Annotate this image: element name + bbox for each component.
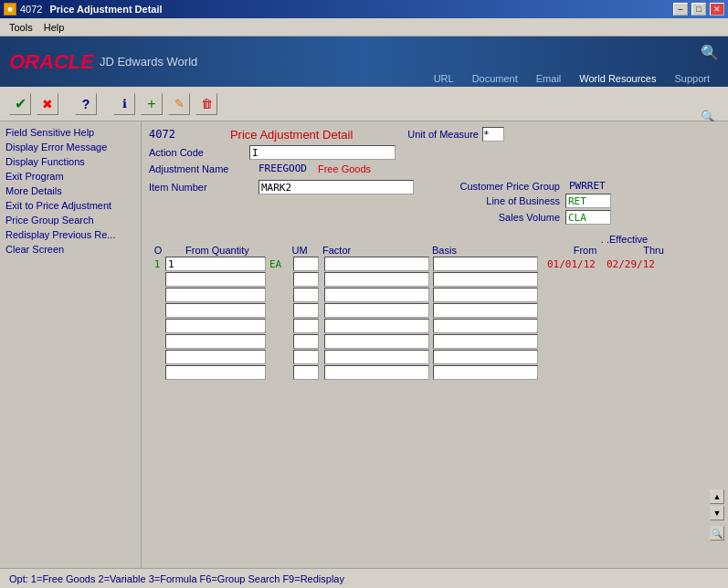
table-area: . .Effective O From Quantity UM Factor B… — [149, 234, 721, 380]
sales-volume-row: Sales Volume — [450, 210, 611, 225]
table-row — [149, 303, 721, 318]
sidebar-item-display-functions[interactable]: Display Functions — [0, 154, 141, 169]
cell-thru-date: 02/29/12 — [601, 258, 660, 270]
table-row — [149, 334, 721, 349]
cell-factor[interactable] — [324, 350, 429, 364]
help-button[interactable]: ? — [75, 93, 97, 115]
menu-help[interactable]: Help — [38, 20, 70, 35]
col-header-factor: Factor — [322, 245, 432, 256]
nav-document[interactable]: Document — [463, 70, 527, 87]
minimize-button[interactable]: – — [673, 3, 688, 16]
cell-factor[interactable] — [324, 288, 429, 302]
cell-from-qty[interactable] — [165, 257, 266, 271]
maximize-button[interactable]: □ — [691, 3, 706, 16]
cell-basis[interactable] — [433, 334, 538, 349]
main-container: Field Sensitive Help Display Error Messa… — [0, 121, 728, 568]
sidebar-item-display-error-message[interactable]: Display Error Message — [0, 140, 141, 154]
effective-header: . .Effective — [149, 234, 721, 245]
unit-of-measure-input[interactable] — [482, 127, 504, 142]
col-header-o: O — [149, 245, 167, 256]
cell-um-input[interactable] — [293, 303, 319, 318]
sidebar-item-more-details[interactable]: More Details — [0, 184, 141, 198]
close-button[interactable]: ✕ — [710, 3, 724, 16]
action-code-input[interactable] — [249, 145, 396, 160]
oracle-header: ORACLE JD Edwards World URL Document Ema… — [0, 37, 728, 87]
add-button[interactable]: + — [141, 93, 163, 115]
sidebar-item-field-sensitive-help[interactable]: Field Sensitive Help — [0, 125, 141, 140]
cell-um-input[interactable] — [293, 288, 319, 302]
cell-basis[interactable] — [433, 303, 538, 318]
unit-of-measure-label: Unit of Measure — [407, 129, 479, 140]
table-row — [149, 365, 721, 380]
table-row — [149, 319, 721, 333]
scroll-up-button[interactable]: ▲ — [710, 489, 724, 504]
cell-um-input[interactable] — [293, 319, 319, 333]
title-bar: ■ 4072 Price Adjustment Detail – □ ✕ — [0, 0, 728, 18]
sidebar-item-exit-to-price-adjustment[interactable]: Exit to Price Adjustment — [0, 198, 141, 213]
menu-tools[interactable]: Tools — [4, 20, 38, 35]
cell-um-input[interactable] — [293, 257, 319, 271]
cell-o-val: 1 — [149, 258, 165, 270]
cell-factor[interactable] — [324, 257, 429, 271]
cell-from-qty[interactable] — [165, 350, 266, 364]
form-id: 4072 — [149, 128, 175, 141]
cell-basis[interactable] — [433, 288, 538, 302]
cell-basis[interactable] — [433, 319, 538, 333]
toolbar: ✔ ✖ ? ℹ + ✎ 🗑 🔍 — [0, 87, 728, 121]
cell-um-input[interactable] — [293, 272, 319, 287]
cell-basis[interactable] — [433, 350, 538, 364]
ok-button[interactable]: ✔ — [9, 93, 31, 115]
action-code-label: Action Code — [149, 147, 249, 158]
title-id: 4072 — [20, 4, 42, 15]
zoom-out-button[interactable]: 🔍 — [710, 526, 724, 541]
cell-from-qty[interactable] — [165, 319, 266, 333]
nav-world-resources[interactable]: World Resources — [570, 70, 665, 87]
col-header-from: From — [551, 245, 619, 256]
content-area: 4072 Price Adjustment Detail Unit of Mea… — [142, 121, 728, 568]
sales-volume-input[interactable] — [565, 210, 611, 225]
cell-um-input[interactable] — [293, 334, 319, 349]
sidebar-item-redisplay-previous[interactable]: Redisplay Previous Re... — [0, 227, 141, 242]
cell-um-input[interactable] — [293, 350, 319, 364]
cell-factor[interactable] — [324, 334, 429, 349]
nav-email[interactable]: Email — [527, 70, 571, 87]
cancel-button[interactable]: ✖ — [37, 93, 58, 115]
table-row — [149, 272, 721, 287]
sidebar-item-price-group-search[interactable]: Price Group Search — [0, 213, 141, 227]
cell-um-input[interactable] — [293, 365, 319, 380]
cell-from-qty[interactable] — [165, 303, 266, 318]
cell-basis[interactable] — [433, 272, 538, 287]
cell-from-date: 01/01/12 — [542, 258, 601, 270]
cell-from-qty[interactable] — [165, 334, 266, 349]
nav-support[interactable]: Support — [665, 70, 719, 87]
cell-basis[interactable] — [433, 365, 538, 380]
cell-factor[interactable] — [324, 272, 429, 287]
cell-factor[interactable] — [324, 303, 429, 318]
right-panel: Customer Price Group PWRRET Line of Busi… — [450, 180, 611, 226]
nav-url[interactable]: URL — [425, 70, 463, 87]
sidebar-item-clear-screen[interactable]: Clear Screen — [0, 242, 141, 257]
customer-price-group-value: PWRRET — [569, 180, 606, 192]
cell-factor[interactable] — [324, 319, 429, 333]
edit-button[interactable]: ✎ — [168, 93, 190, 115]
col-header-basis: Basis — [432, 245, 551, 256]
cell-basis[interactable] — [433, 257, 538, 271]
sidebar-item-exit-program[interactable]: Exit Program — [0, 169, 141, 184]
action-code-row: Action Code — [149, 145, 721, 160]
cell-from-qty[interactable] — [165, 288, 266, 302]
cell-from-qty[interactable] — [165, 272, 266, 287]
info-button[interactable]: ℹ — [113, 93, 135, 115]
table-rows: 1 EA 01/01/12 02/29/12 — [149, 257, 721, 380]
header-search-icon[interactable]: 🔍 — [701, 45, 719, 60]
customer-price-group-label: Customer Price Group — [450, 181, 560, 192]
cell-from-qty[interactable] — [165, 365, 266, 380]
delete-button[interactable]: 🗑 — [195, 93, 217, 115]
oracle-text: ORACLE — [9, 50, 94, 73]
line-of-business-input[interactable] — [565, 194, 611, 208]
app-icon: ■ — [4, 3, 16, 16]
cell-factor[interactable] — [324, 365, 429, 380]
item-number-input[interactable] — [258, 180, 414, 194]
line-of-business-row: Line of Business — [450, 194, 611, 208]
effective-label: . .Effective — [601, 234, 648, 245]
scroll-down-button[interactable]: ▼ — [710, 506, 724, 520]
